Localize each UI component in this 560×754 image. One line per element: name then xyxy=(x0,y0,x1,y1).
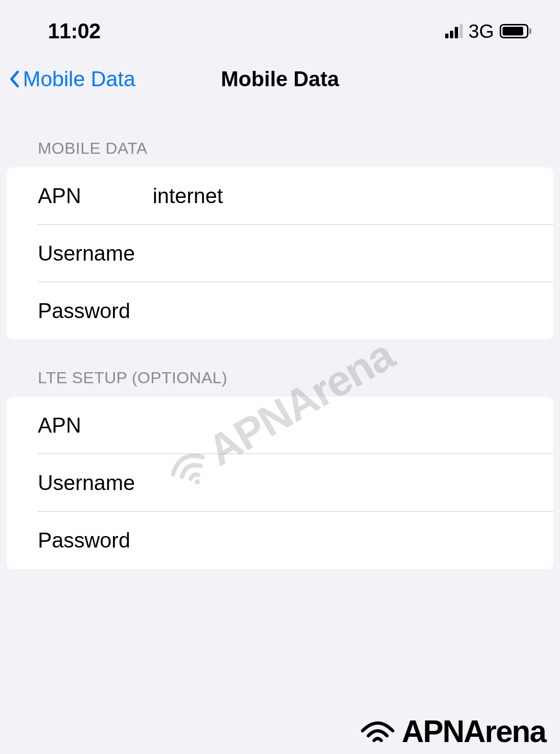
chevron-left-icon xyxy=(10,70,19,88)
nav-bar: Mobile Data Mobile Data xyxy=(0,53,560,110)
battery-icon xyxy=(500,24,531,38)
brand-logo: APNArena xyxy=(358,714,546,749)
status-bar: 11:02 3G xyxy=(0,0,560,53)
section-group-lte: APN Username Password xyxy=(7,397,553,569)
lte-username-input[interactable] xyxy=(153,471,522,495)
lte-username-label: Username xyxy=(38,471,153,495)
network-type: 3G xyxy=(469,21,494,42)
apn-label: APN xyxy=(38,184,153,208)
lte-password-input[interactable] xyxy=(153,528,522,552)
status-time: 11:02 xyxy=(48,19,101,43)
status-right: 3G xyxy=(445,21,531,42)
lte-password-row[interactable]: Password xyxy=(7,512,553,569)
lte-apn-input[interactable] xyxy=(153,413,522,437)
wifi-icon xyxy=(358,717,397,746)
section-header-mobile-data: MOBILE DATA xyxy=(7,110,553,167)
back-button[interactable]: Mobile Data xyxy=(10,67,135,91)
page-title: Mobile Data xyxy=(221,67,339,91)
username-input[interactable] xyxy=(153,241,522,265)
brand-text: APNArena xyxy=(402,714,546,749)
apn-row[interactable]: APN xyxy=(7,167,553,225)
username-row[interactable]: Username xyxy=(7,225,553,282)
password-input[interactable] xyxy=(153,299,522,323)
lte-password-label: Password xyxy=(38,528,153,552)
lte-username-row[interactable]: Username xyxy=(7,454,553,512)
username-label: Username xyxy=(38,241,153,265)
section-group-mobile-data: APN Username Password xyxy=(7,167,553,340)
section-header-lte: LTE SETUP (OPTIONAL) xyxy=(7,340,553,397)
lte-apn-row[interactable]: APN xyxy=(7,397,553,454)
back-label: Mobile Data xyxy=(23,67,135,91)
password-row[interactable]: Password xyxy=(7,282,553,340)
apn-input[interactable] xyxy=(153,184,522,208)
lte-apn-label: APN xyxy=(38,413,153,437)
password-label: Password xyxy=(38,299,153,323)
signal-icon xyxy=(445,24,463,38)
